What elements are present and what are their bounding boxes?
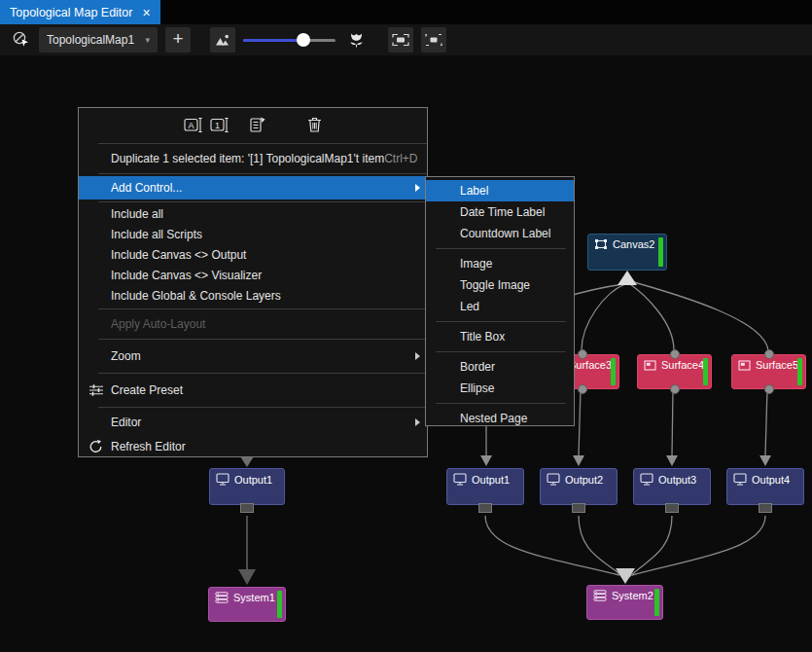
submenu-item-image[interactable]: Image [426, 253, 574, 274]
menu-separator [98, 143, 427, 144]
menu-separator [98, 407, 427, 408]
renumber-icon: 1 [210, 117, 229, 133]
rename-button[interactable]: A [183, 113, 204, 136]
output-connector[interactable] [478, 503, 492, 513]
menu-item-duplicate[interactable]: Duplicate 1 selected item: '[1] Topologi… [79, 146, 427, 171]
node-label: Output1 [234, 474, 272, 486]
node-surface5[interactable]: Surface5 [731, 354, 806, 389]
connection-port-top[interactable] [670, 349, 680, 359]
status-bar [703, 358, 708, 385]
menu-item-include-global-console-layers[interactable]: Include Global & Console Layers [79, 286, 427, 307]
menu-item-label: Add Control... [111, 181, 182, 195]
menu-item-zoom[interactable]: Zoom [79, 342, 427, 371]
menu-separator [98, 308, 427, 309]
node-output3[interactable]: Output3 [633, 468, 711, 505]
trash-icon [306, 116, 323, 133]
node-system1[interactable]: System1 [208, 587, 286, 622]
menu-item-apply-auto-layout: Apply Auto-Layout [79, 311, 427, 337]
status-bar [611, 358, 616, 385]
refresh-icon [88, 440, 103, 454]
node-output1[interactable]: Output1 [446, 468, 524, 505]
context-menu-icon-bar: A 1 [79, 108, 427, 141]
status-bar [654, 589, 659, 616]
menu-item-add-control[interactable]: Add Control... [79, 176, 427, 199]
submenu-item-title-box[interactable]: Title Box [426, 326, 574, 347]
menu-item-include-canvas-visualizer[interactable]: Include Canvas <> Visualizer [79, 266, 427, 286]
monitor-icon [453, 473, 467, 486]
submenu-item-border[interactable]: Border [426, 356, 574, 378]
connection-port-top[interactable] [764, 349, 774, 359]
add-control-submenu: Label Date Time Label Countdown Label Im… [425, 176, 575, 426]
svg-text:1: 1 [215, 120, 220, 129]
delete-button[interactable] [303, 113, 325, 136]
menu-separator [98, 373, 427, 374]
menu-item-label: Editor [111, 416, 141, 429]
menu-separator [436, 351, 566, 352]
surface-icon [644, 360, 656, 371]
node-surface4[interactable]: Surface4 [637, 354, 712, 389]
submenu-item-countdown-label[interactable]: Countdown Label [426, 223, 574, 244]
context-menu: A 1 [78, 107, 428, 457]
menu-item-create-preset[interactable]: Create Preset [79, 376, 427, 405]
status-bar [658, 237, 663, 267]
node-system2[interactable]: System2 [586, 585, 663, 620]
node-label: System2 [612, 590, 653, 601]
topological-map-editor-window: Topological Map Editor × TopologicalMap1… [0, 0, 812, 652]
submenu-item-date-time-label[interactable]: Date Time Label [426, 201, 574, 223]
node-output4[interactable]: Output4 [726, 468, 804, 505]
shortcut-label: Ctrl+D [384, 146, 417, 171]
menu-separator [98, 201, 427, 202]
menu-separator [98, 339, 427, 340]
renumber-button[interactable]: 1 [209, 113, 230, 136]
connection-port-bottom[interactable] [764, 384, 774, 394]
connection-port-bottom[interactable] [578, 384, 587, 394]
svg-text:A: A [188, 120, 194, 129]
node-output1-left[interactable]: Output1 [209, 468, 285, 505]
node-label: Surface5 [756, 359, 798, 371]
output-connector[interactable] [240, 503, 254, 513]
submenu-item-toggle-image[interactable]: Toggle Image [426, 274, 574, 296]
server-icon [215, 592, 229, 603]
node-label: Canvas2 [613, 238, 654, 250]
menu-item-label: Refresh Editor [111, 440, 186, 453]
menu-item-label: Create Preset [111, 383, 183, 397]
paste-properties-icon [249, 116, 266, 133]
system2-input-arrow [616, 568, 635, 584]
node-label: Output4 [752, 474, 790, 486]
menu-item-include-all-scripts[interactable]: Include all Scripts [79, 225, 427, 245]
node-label: Surface4 [661, 359, 704, 371]
system1-input-arrow [238, 569, 256, 585]
menu-item-editor[interactable]: Editor [79, 410, 427, 435]
paste-properties-button[interactable] [247, 113, 268, 136]
rename-icon: A [184, 117, 203, 133]
submenu-item-label[interactable]: Label [426, 180, 574, 201]
node-label: Output1 [472, 474, 510, 486]
menu-separator [436, 403, 566, 404]
menu-item-include-canvas-output[interactable]: Include Canvas <> Output [79, 245, 427, 266]
connection-port-top[interactable] [578, 349, 587, 359]
submenu-arrow-icon [415, 352, 420, 360]
submenu-arrow-icon [415, 418, 420, 426]
node-label: Output3 [658, 474, 696, 486]
node-canvas2[interactable]: Canvas2 [587, 234, 667, 271]
submenu-item-ellipse[interactable]: Ellipse [426, 378, 574, 399]
output-connector[interactable] [572, 503, 585, 513]
output-connector[interactable] [759, 503, 772, 513]
server-icon [593, 590, 607, 601]
output-connector[interactable] [665, 503, 679, 513]
sliders-icon [88, 383, 104, 397]
connection-port-bottom[interactable] [670, 384, 680, 394]
status-bar [277, 591, 282, 618]
node-label: Output2 [565, 474, 603, 486]
node-output2[interactable]: Output2 [540, 468, 618, 505]
menu-item-label: Zoom [111, 349, 141, 363]
submenu-item-nested-page[interactable]: Nested Page [426, 408, 574, 429]
submenu-item-led[interactable]: Led [426, 296, 574, 317]
canvas-icon [594, 238, 608, 250]
submenu-arrow-icon [415, 184, 420, 192]
monitor-icon [216, 473, 229, 486]
surface-icon [738, 360, 751, 371]
menu-item-include-all[interactable]: Include all [79, 204, 427, 225]
menu-item-label: Duplicate 1 selected item: '[1] Topologi… [111, 146, 384, 171]
menu-item-refresh-editor[interactable]: Refresh Editor [79, 435, 427, 458]
